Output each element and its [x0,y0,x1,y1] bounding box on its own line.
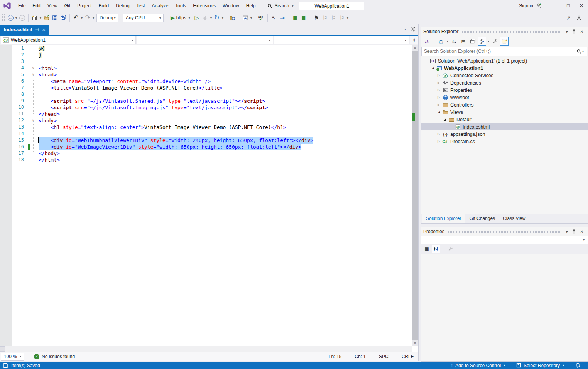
pending-changes-filter-button[interactable]: ◷ [437,37,445,46]
close-button[interactable]: ✕ [575,0,588,12]
clear-bookmarks-button[interactable]: ⚐ [338,13,346,22]
menu-extensions[interactable]: Extensions [189,0,219,12]
code-line-6[interactable]: 6 <meta name="viewport" content="width=d… [0,78,418,85]
code-line-2[interactable]: 2} [0,52,418,58]
spell-checker-button[interactable]: abc [257,13,265,22]
project-combo[interactable]: C# WebApplication1▾ [1,36,136,44]
code-line-4[interactable]: 4∨<html> [0,65,418,71]
solution-name-box[interactable]: WebApplication1 [299,2,364,10]
solution-explorer-header[interactable]: Solution Explorer ▾ ✕ [421,27,588,36]
tree-item-program-cs[interactable]: ▷C#Program.cs [421,138,588,145]
type-combo[interactable]: ▾ [137,36,273,44]
tree-item-connected-services[interactable]: ▷Connected Services [421,72,588,79]
chevron-down-icon[interactable]: ▾ [92,16,95,20]
tree-item-wwwroot[interactable]: ▷wwwroot [421,94,588,101]
notifications-bell-icon[interactable] [575,363,580,368]
code-line-3[interactable]: 3 [0,58,418,65]
zoom-level-combo[interactable]: 100 %▾ [1,353,24,361]
properties-header[interactable]: Properties ▾ ✕ [421,227,588,236]
add-to-source-control-button[interactable]: ↑ Add to Source Control ▲ [451,363,506,368]
minimize-button[interactable]: — [549,0,562,12]
feedback-icon[interactable] [576,15,582,21]
share-icon[interactable]: ↗ [566,15,571,21]
chevron-down-icon[interactable]: ▾ [80,16,83,20]
properties-button[interactable] [491,37,499,46]
solution-configurations-combo[interactable]: Debug▾ [96,14,118,22]
alphabetical-button[interactable]: AZ [432,245,440,253]
start-debugging-button[interactable]: ▶ https ▾ [169,13,193,22]
expand-arrow-icon[interactable]: ▷ [436,140,442,143]
collapse-arrow-icon[interactable]: ◢ [436,110,442,114]
panel-tab-git-changes[interactable]: Git Changes [465,214,499,223]
sign-in-button[interactable]: Sign in + [519,3,542,9]
space-mode-indicator[interactable]: SPC [379,354,389,359]
menu-build[interactable]: Build [95,0,113,12]
menu-view[interactable]: View [44,0,61,12]
scroll-up-icon[interactable]: ▲ [412,45,418,51]
hot-reload-button[interactable] [201,13,210,22]
code-line-10[interactable]: 10 <script src="~/js/Vintasoft.Imaging.j… [0,104,418,111]
preview-selected-items-button[interactable] [468,37,477,46]
menu-project[interactable]: Project [74,0,95,12]
scrollbar-thumb[interactable] [412,51,418,340]
panel-tab-solution-explorer[interactable]: Solution Explorer [422,214,465,223]
chevron-down-icon[interactable]: ▾ [487,40,490,43]
chevron-down-icon[interactable]: ▾ [446,40,449,43]
menu-help[interactable]: Help [243,0,259,12]
browser-link-button[interactable] [241,13,250,22]
line-ending-indicator[interactable]: CRLF [402,354,414,359]
close-icon[interactable]: ✕ [578,230,585,234]
tree-item-index-cshtml[interactable]: @Index.cshtml [421,123,588,130]
code-line-9[interactable]: 9 <script src="~/js/Vintasoft.Shared.js"… [0,98,418,104]
tree-item-properties[interactable]: ▷Properties [421,86,588,94]
expand-arrow-icon[interactable]: ▷ [436,132,442,136]
code-line-5[interactable]: 5∨<head> [0,71,418,78]
open-file-button[interactable] [42,13,51,22]
code-line-17[interactable]: 17</body> [0,150,418,157]
expand-arrow-icon[interactable]: ▷ [436,88,442,92]
save-all-button[interactable] [59,13,68,22]
code-line-14[interactable]: 14 [0,130,418,137]
menu-git[interactable]: Git [61,0,74,12]
window-menu-icon[interactable]: ▾ [564,30,570,34]
column-indicator[interactable]: Ch: 1 [355,354,366,359]
pin-icon[interactable] [570,29,578,34]
window-menu-icon[interactable]: ▾ [564,230,570,234]
menu-file[interactable]: File [15,0,29,12]
next-bookmark-button[interactable]: ⚐ [329,13,338,22]
tree-item-controllers[interactable]: ▷Controllers [421,101,588,108]
tree-item-views[interactable]: ◢Views [421,108,588,116]
code-editor[interactable]: 1@{2}34∨<html>5∨<head>6 <meta name="view… [0,45,418,346]
chevron-down-icon[interactable]: ▾ [581,50,585,53]
chevron-down-icon[interactable]: ▾ [15,16,18,20]
code-line-18[interactable]: 18</html> [0,157,418,163]
toggle-bookmark-button[interactable]: ⚑ [312,13,321,22]
pin-icon[interactable]: ⊣ [35,27,39,32]
menu-window[interactable]: Window [219,0,243,12]
tree-item-solution-webapplication1-1-of-1-project[interactable]: Solution 'WebApplication1' (1 of 1 proje… [421,57,588,64]
previous-bookmark-button[interactable]: ⚐ [321,13,329,22]
chevron-down-icon[interactable]: ▾ [250,16,253,20]
show-all-files-button[interactable]: ✶ [500,37,509,46]
issues-indicator[interactable]: ✓ No issues found [34,354,75,359]
collapse-all-button[interactable]: ⊟ [459,37,468,46]
code-line-11[interactable]: 11</head> [0,111,418,117]
sync-with-active-document-button[interactable]: ⇆ [450,37,458,46]
redo-button[interactable]: ↷ [83,13,92,22]
split-window-button[interactable]: ⇕ [410,36,418,44]
code-line-7[interactable]: 7 <title>VintaSoft Image Viewer Demo (AS… [0,85,418,91]
menu-edit[interactable]: Edit [29,0,44,12]
categorized-button[interactable]: ▦ [422,245,431,253]
pin-icon[interactable] [570,229,578,234]
new-project-button[interactable]: ✶ [30,13,39,22]
expand-arrow-icon[interactable]: ▷ [436,103,442,107]
toolbar-grip[interactable] [2,14,5,22]
line-indicator[interactable]: Ln: 15 [329,354,341,359]
property-pages-button[interactable] [446,245,455,253]
find-in-files-button[interactable] [228,13,237,22]
chevron-down-icon[interactable]: ▾ [221,16,224,20]
undo-button[interactable]: ↶ [72,13,80,22]
panel-tab-class-view[interactable]: Class View [499,214,529,223]
expand-arrow-icon[interactable]: ▷ [436,81,442,85]
select-repository-button[interactable]: Select Repository ▲ [516,363,565,368]
